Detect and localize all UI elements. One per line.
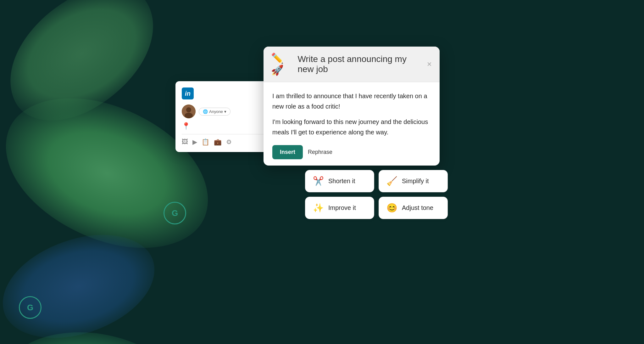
linkedin-logo: in [182, 87, 194, 99]
pin-icon: 📍 [182, 122, 267, 130]
ai-action-row: Insert Rephrase [272, 145, 431, 159]
grammarly-logo-bottom-left: G [19, 296, 42, 319]
shorten-emoji: ✂️ [313, 176, 324, 186]
settings-icon[interactable]: ⚙ [226, 138, 232, 146]
ai-text-paragraph1: I am thrilled to announce that I have re… [272, 91, 431, 112]
ai-panel-content: I am thrilled to announce that I have re… [264, 82, 440, 166]
avatar [182, 104, 196, 118]
rephrase-button[interactable]: Rephrase [308, 149, 332, 155]
document-icon[interactable]: 📋 [202, 138, 209, 146]
rocket-emoji: ✏️🚀 [271, 52, 293, 76]
adjust-tone-label: Adjust tone [402, 204, 433, 211]
close-icon[interactable]: ✕ [427, 60, 432, 68]
insert-button[interactable]: Insert [272, 145, 303, 159]
svg-point-1 [186, 107, 191, 112]
audience-pill[interactable]: 🌐 Anyone ▾ [199, 108, 230, 116]
audience-label: Anyone [209, 109, 223, 114]
audience-chevron-icon: ▾ [224, 109, 226, 114]
photo-icon[interactable]: 🖼 [182, 138, 188, 146]
action-buttons-grid: ✂️ Shorten it 🧹 Simplify it ✨ Improve it… [305, 170, 448, 219]
improve-label: Improve it [328, 204, 356, 211]
linkedin-logo-text: in [185, 90, 191, 97]
action-btn-shorten[interactable]: ✂️ Shorten it [305, 170, 374, 192]
briefcase-icon[interactable]: 💼 [214, 138, 222, 146]
avatar-image [182, 104, 196, 118]
simplify-emoji: 🧹 [386, 176, 397, 186]
ai-panel-header: ✏️🚀 Write a post announcing my new job ✕ [264, 47, 440, 82]
action-btn-simplify[interactable]: 🧹 Simplify it [379, 170, 448, 192]
adjust-tone-emoji: 😊 [386, 203, 397, 213]
audience-globe-icon: 🌐 [203, 109, 208, 114]
linkedin-card: in 🌐 Anyone ▾ 📍 🖼 ▶ 📋 💼 ⚙ [175, 81, 273, 152]
ai-suggestion-panel: ✏️🚀 Write a post announcing my new job ✕… [264, 47, 440, 166]
svg-point-2 [185, 113, 193, 118]
improve-emoji: ✨ [313, 203, 324, 213]
linkedin-user-row: 🌐 Anyone ▾ [182, 104, 267, 118]
ai-generated-text: I am thrilled to announce that I have re… [272, 91, 431, 138]
ai-panel-title: Write a post announcing my new job [297, 54, 422, 74]
linkedin-header: in [182, 87, 267, 99]
shorten-label: Shorten it [328, 178, 355, 185]
grammarly-g-letter-mid: G [172, 208, 178, 218]
action-btn-adjust-tone[interactable]: 😊 Adjust tone [379, 197, 448, 219]
grammarly-logo-mid: G [164, 202, 186, 224]
grammarly-g-letter: G [27, 303, 33, 313]
action-btn-improve[interactable]: ✨ Improve it [305, 197, 374, 219]
linkedin-toolbar: 🖼 ▶ 📋 💼 ⚙ [182, 134, 267, 146]
ai-text-paragraph2: I'm looking forward to this new journey … [272, 117, 431, 138]
video-icon[interactable]: ▶ [192, 138, 197, 146]
simplify-label: Simplify it [402, 178, 429, 185]
